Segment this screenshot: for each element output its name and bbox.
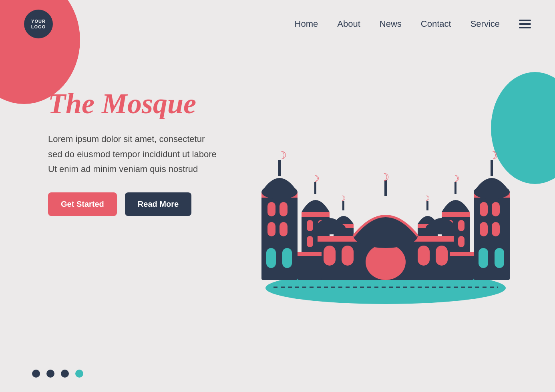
hero-buttons: Get Started Read More: [48, 192, 248, 216]
svg-rect-12: [474, 192, 510, 280]
svg-rect-3: [267, 202, 275, 216]
svg-rect-15: [492, 202, 500, 216]
hamburger-menu-icon[interactable]: [519, 20, 531, 28]
svg-rect-4: [280, 202, 288, 216]
svg-text:☽: ☽: [277, 149, 287, 162]
read-more-button[interactable]: Read More: [125, 192, 191, 216]
svg-rect-55: [366, 244, 406, 280]
nav-item-service[interactable]: Service: [471, 19, 500, 29]
svg-rect-10: [278, 160, 281, 176]
svg-text:☽: ☽: [312, 174, 320, 184]
svg-rect-63: [298, 252, 322, 280]
svg-rect-6: [280, 222, 288, 236]
svg-rect-24: [302, 212, 330, 217]
svg-rect-38: [458, 236, 465, 247]
svg-rect-54: [342, 246, 354, 266]
svg-rect-5: [267, 222, 275, 236]
svg-rect-25: [307, 220, 313, 231]
logo[interactable]: YOUR LOGO: [24, 10, 53, 38]
svg-rect-19: [495, 248, 504, 268]
svg-text:☽: ☽: [488, 149, 498, 162]
hero-text-section: The Mosque Lorem ipsum dolor sit amet, c…: [48, 72, 248, 216]
mosque-illustration: ☽ ☽ ☽: [249, 64, 522, 304]
svg-rect-56: [418, 246, 430, 266]
pagination-dot-2[interactable]: [46, 370, 54, 378]
svg-rect-36: [458, 220, 465, 231]
svg-rect-21: [491, 160, 493, 176]
mosque-illustration-section: ☽ ☽ ☽: [248, 64, 523, 304]
svg-text:☽: ☽: [423, 194, 430, 202]
svg-rect-64: [298, 252, 322, 256]
svg-rect-14: [480, 202, 488, 216]
nav-item-home[interactable]: Home: [295, 19, 318, 29]
get-started-button[interactable]: Get Started: [48, 192, 117, 216]
svg-text:☽: ☽: [339, 194, 346, 202]
nav-item-contact[interactable]: Contact: [421, 19, 451, 29]
svg-rect-41: [454, 182, 456, 194]
svg-rect-65: [450, 252, 474, 280]
svg-rect-53: [324, 246, 336, 266]
svg-text:☽: ☽: [452, 174, 460, 184]
svg-rect-8: [282, 248, 292, 268]
svg-rect-66: [450, 252, 474, 256]
header: YOUR LOGO Home About News Contact Servic…: [0, 0, 555, 48]
main-content: The Mosque Lorem ipsum dolor sit amet, c…: [0, 48, 555, 304]
svg-rect-18: [479, 248, 488, 268]
pagination-dots: [32, 370, 83, 378]
hero-title: The Mosque: [48, 88, 248, 120]
svg-rect-7: [266, 248, 276, 268]
pagination-dot-1[interactable]: [32, 370, 40, 378]
svg-rect-31: [314, 182, 316, 194]
nav-item-news[interactable]: News: [380, 19, 402, 29]
hero-description: Lorem ipsum dolor sit amet, consectetur …: [48, 132, 248, 176]
nav-item-about[interactable]: About: [337, 19, 360, 29]
navigation: Home About News Contact Service: [295, 19, 531, 29]
pagination-dot-3[interactable]: [61, 370, 69, 378]
svg-rect-34: [442, 212, 470, 217]
pagination-dot-4-active[interactable]: [75, 370, 83, 378]
svg-rect-17: [492, 222, 500, 236]
svg-rect-27: [307, 236, 313, 247]
svg-rect-1: [261, 192, 298, 280]
svg-rect-16: [480, 222, 488, 236]
svg-text:☽: ☽: [380, 171, 389, 183]
svg-rect-57: [436, 246, 448, 266]
